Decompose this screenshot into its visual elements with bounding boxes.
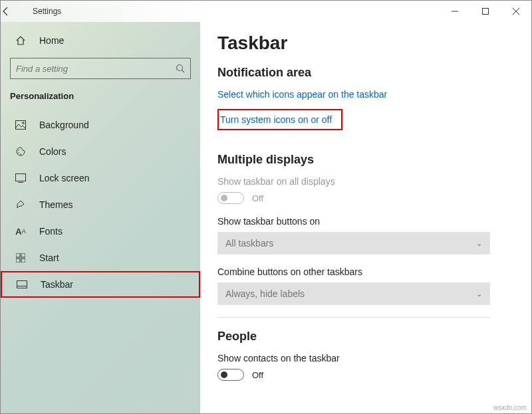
window-body: Home Personalization Background	[1, 22, 531, 413]
titlebar: Settings	[1, 1, 531, 22]
notification-heading: Notification area	[217, 66, 514, 80]
sidebar-item-label: Start	[39, 253, 59, 263]
svg-rect-15	[16, 259, 20, 262]
combine-dropdown[interactable]: Always, hide labels ⌄	[217, 282, 490, 305]
combine-label: Combine buttons on other taskbars	[217, 266, 514, 277]
window-title: Settings	[33, 7, 61, 16]
buttons-on-value: All taskbars	[225, 238, 273, 249]
svg-point-4	[177, 65, 183, 71]
sidebar: Home Personalization Background	[1, 22, 200, 413]
people-heading: People	[217, 330, 514, 344]
settings-window: Settings Home Personal	[0, 0, 532, 414]
svg-point-7	[23, 122, 25, 124]
buttons-on-dropdown[interactable]: All taskbars ⌄	[217, 232, 490, 255]
svg-rect-14	[21, 253, 25, 257]
window-controls	[440, 1, 531, 22]
sidebar-item-label: Themes	[39, 199, 73, 210]
fonts-icon: AA	[14, 227, 27, 237]
buttons-on-group: Show taskbar buttons on All taskbars ⌄	[217, 216, 514, 255]
sidebar-item-label: Colors	[39, 146, 66, 157]
picture-icon	[14, 120, 27, 130]
taskbar-icon	[15, 280, 29, 288]
lockscreen-icon	[14, 173, 27, 183]
svg-rect-16	[21, 259, 25, 262]
page-title: Taskbar	[217, 33, 514, 54]
search-icon	[176, 64, 185, 73]
svg-rect-17	[17, 281, 27, 288]
sidebar-item-background[interactable]: Background	[1, 112, 200, 138]
home-icon	[14, 35, 27, 46]
show-all-toggle	[217, 192, 244, 204]
sidebar-item-label: Background	[39, 120, 89, 130]
minimize-button[interactable]	[440, 1, 470, 22]
svg-point-8	[18, 150, 19, 151]
sidebar-item-label: Fonts	[39, 226, 63, 237]
divider	[217, 317, 490, 318]
search-input[interactable]	[16, 64, 176, 74]
chevron-down-icon: ⌄	[476, 239, 482, 248]
palette-icon	[14, 146, 27, 157]
nav-list: Background Colors Lock screen Themes AA …	[1, 112, 200, 298]
svg-point-10	[20, 154, 21, 155]
svg-rect-11	[16, 174, 26, 181]
home-label: Home	[39, 35, 64, 46]
contacts-label: Show contacts on the taskbar	[217, 353, 514, 363]
sidebar-item-taskbar[interactable]: Taskbar	[1, 271, 200, 298]
back-button[interactable]	[1, 6, 27, 17]
show-all-label: Show taskbar on all displays	[217, 176, 514, 187]
sidebar-item-colors[interactable]: Colors	[1, 138, 200, 165]
contacts-toggle-row: Off	[217, 369, 514, 381]
maximize-button[interactable]	[470, 1, 501, 22]
sidebar-item-start[interactable]: Start	[1, 245, 200, 271]
show-all-displays-group: Show taskbar on all displays Off	[217, 176, 514, 204]
show-all-toggle-row: Off	[217, 192, 514, 204]
show-all-state: Off	[252, 193, 263, 203]
chevron-down-icon: ⌄	[476, 290, 482, 298]
sidebar-item-themes[interactable]: Themes	[1, 191, 200, 218]
contacts-toggle[interactable]	[217, 369, 244, 381]
sidebar-item-label: Taskbar	[41, 279, 73, 290]
section-label: Personalization	[1, 83, 200, 106]
search-box[interactable]	[10, 58, 191, 79]
combine-group: Combine buttons on other taskbars Always…	[217, 266, 514, 305]
watermark: wsxdn.com	[493, 404, 527, 411]
close-button[interactable]	[501, 1, 531, 22]
link-select-icons[interactable]: Select which icons appear on the taskbar	[217, 89, 514, 100]
buttons-on-label: Show taskbar buttons on	[217, 216, 514, 227]
svg-rect-6	[16, 121, 26, 130]
sidebar-item-lockscreen[interactable]: Lock screen	[1, 165, 200, 191]
sidebar-item-fonts[interactable]: AA Fonts	[1, 218, 200, 245]
contacts-group: Show contacts on the taskbar Off	[217, 353, 514, 381]
home-nav[interactable]: Home	[1, 27, 200, 54]
combine-value: Always, hide labels	[225, 288, 305, 299]
svg-rect-1	[483, 9, 489, 15]
svg-line-5	[182, 70, 185, 73]
sidebar-item-label: Lock screen	[39, 173, 89, 183]
svg-rect-13	[16, 253, 20, 257]
multiple-heading: Multiple displays	[217, 153, 514, 167]
svg-point-9	[18, 152, 19, 154]
link-system-icons[interactable]: Turn system icons on or off	[217, 109, 342, 130]
contacts-state: Off	[252, 370, 263, 380]
search-row	[1, 54, 200, 83]
content-pane: Taskbar Notification area Select which i…	[200, 22, 531, 413]
start-icon	[14, 253, 27, 262]
themes-icon	[14, 199, 27, 210]
